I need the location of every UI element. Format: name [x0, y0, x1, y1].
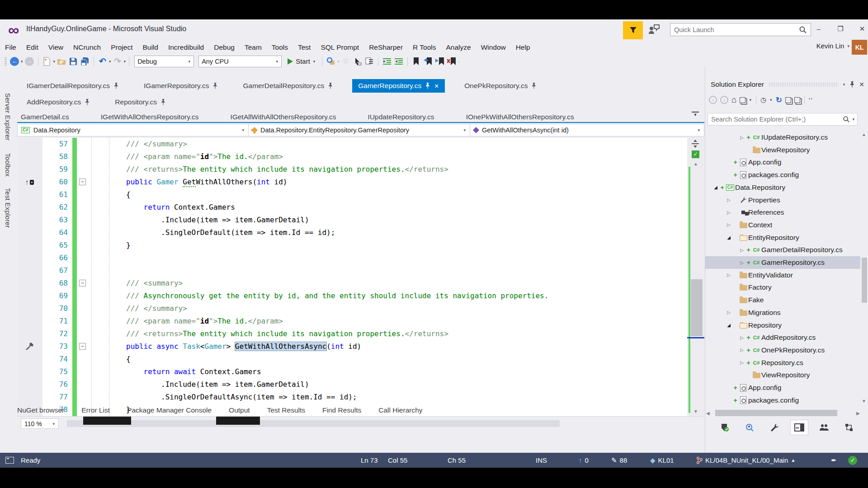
code-line[interactable]: 65} — [17, 239, 687, 252]
collapse-all-icon[interactable] — [785, 97, 791, 103]
chevron-down-icon[interactable]: ▾ — [21, 59, 23, 64]
overflow-icon[interactable]: – — [458, 59, 460, 64]
scroll-up-arrow[interactable]: ▲ — [687, 161, 704, 166]
tree-vertical-scrollbar[interactable]: ▲ ▼ — [860, 131, 868, 407]
branch-indicator[interactable]: KL/04B_NUnit_KL/00_Main ▲ — [696, 453, 795, 468]
tab-igamerrepository-cs[interactable]: IGamerRepository.cs — [138, 79, 223, 93]
code-line[interactable]: 73−public async Task<Gamer> GetWithAllOt… — [17, 340, 687, 353]
show-all-files-icon[interactable] — [794, 97, 800, 103]
find-in-files-button[interactable] — [326, 56, 336, 66]
new-file-button[interactable] — [42, 56, 52, 66]
menu-item-team[interactable]: Team — [240, 43, 267, 52]
expander-collapsed-icon[interactable]: ▷ — [725, 272, 732, 277]
code-line[interactable]: 67 — [17, 264, 687, 277]
window-position-icon[interactable]: ▾ — [843, 82, 845, 87]
pin-icon[interactable] — [532, 83, 536, 89]
source-control-explorer-tab[interactable] — [840, 420, 858, 435]
avatar[interactable]: KL — [852, 40, 867, 55]
pin-icon[interactable] — [85, 99, 90, 105]
menu-item-debug[interactable]: Debug — [209, 43, 240, 52]
tab-igetwithallothersrepository-cs[interactable]: IGetWithAllOthersRepository.cs — [101, 113, 199, 121]
toolbar-grip[interactable] — [5, 57, 7, 66]
bottom-tab-package-manager-console[interactable]: Package Manager Console — [127, 406, 212, 414]
code-line[interactable]: 68−/// <summary> — [17, 277, 687, 290]
breadcrumb-3[interactable]: GetWithAllOthersAsync(int id)▾ — [470, 124, 704, 136]
pending-changes-filter-icon[interactable]: ◷ — [760, 96, 766, 104]
editor-vertical-scrollbar[interactable]: ✓ ▲ ▼ — [687, 138, 704, 416]
sidebar-tab-toolbox[interactable]: Toolbox — [4, 153, 11, 177]
tab-gamerdetail-cs[interactable]: GamerDetail.cs — [21, 113, 69, 121]
menu-item-sql-prompt[interactable]: SQL Prompt — [316, 43, 364, 52]
code-line[interactable]: 70/// </summary> — [17, 302, 687, 315]
chevron-down-icon[interactable]: ▾ — [53, 59, 56, 64]
solution-platform-select[interactable]: Any CPU▾ — [198, 56, 282, 67]
tree-item-viewrepository[interactable]: ViewRepository — [705, 369, 860, 381]
code-line[interactable]: 63 .Include(item => item.GamerDetail) — [17, 214, 687, 226]
incoming-commits-indicator[interactable]: ↑ 0 — [579, 453, 589, 468]
pin-icon[interactable] — [328, 83, 333, 89]
scrollbar-thumb[interactable] — [715, 410, 837, 416]
tree-item-addrepository-cs[interactable]: ▷+C#AddRepository.cs — [705, 331, 860, 344]
select-tool-button[interactable] — [353, 56, 363, 66]
fold-collapse-box[interactable]: − — [79, 280, 86, 286]
expander-collapsed-icon[interactable]: ▷ — [725, 197, 732, 202]
code-line[interactable]: 77 .SingleOrDefaultAsync(item => item.Id… — [17, 391, 687, 404]
menu-item-resharper[interactable]: ReSharper — [364, 43, 408, 52]
tree-item-packages-config[interactable]: +packages.config — [705, 394, 860, 407]
code-line[interactable]: 69/// Asynchronously get the entity by i… — [17, 290, 687, 302]
menu-item-build[interactable]: Build — [137, 43, 163, 52]
user-area[interactable]: Kevin Lin ▾ — [816, 42, 850, 50]
refresh-icon[interactable]: ↻ — [776, 95, 782, 105]
close-icon[interactable]: ✕ — [859, 81, 864, 88]
start-debug-button[interactable]: Start ▾ — [288, 57, 316, 65]
tree-item-fake[interactable]: Fake — [705, 294, 860, 306]
panel-drag-handle[interactable] — [769, 82, 838, 87]
tree-item-packages-config[interactable]: +packages.config — [705, 169, 860, 181]
tree-item-viewrepository[interactable]: ViewRepository — [705, 144, 860, 156]
tab-ionepkwithallothersrepository-cs[interactable]: IOnePkWithAllOthersRepository.cs — [466, 113, 574, 121]
tree-item-entityrepository[interactable]: ◢EntityRepository — [705, 231, 860, 244]
scroll-up-arrow[interactable]: ▲ — [862, 132, 866, 137]
tree-item-onepkrepository-cs[interactable]: ▷+C#OnePkRepository.cs — [705, 344, 860, 357]
tree-item-entityvalidator[interactable]: ▷EntityValidator — [705, 269, 860, 282]
scroll-right-arrow[interactable]: ▶ — [856, 411, 860, 416]
extension-icon[interactable]: ✒ — [831, 453, 837, 468]
scrollbar-thumb[interactable] — [691, 279, 703, 336]
code-line[interactable]: 76 .Include(item => item.GamerDetail) — [17, 378, 687, 391]
menu-item-test[interactable]: Test — [293, 43, 316, 52]
code-line[interactable]: ↑60−public Gamer GetWithAllOthers(int id… — [17, 176, 687, 188]
chevron-down-icon[interactable]: ▾ — [109, 59, 111, 64]
tree-item-gamerdetailrepository-cs[interactable]: ▷+C#GamerDetailRepository.cs — [705, 244, 860, 256]
pending-edits-indicator[interactable]: ✎ 88 — [611, 453, 627, 468]
scroll-down-arrow[interactable]: ▼ — [687, 409, 704, 414]
team-explorer-tab[interactable] — [716, 420, 734, 435]
expander-collapsed-icon[interactable]: ▷ — [725, 210, 732, 215]
build-ok-indicator[interactable]: ✓ — [848, 453, 857, 468]
menu-item-r-tools[interactable]: R Tools — [408, 43, 441, 52]
fold-collapse-box[interactable]: − — [79, 343, 86, 350]
open-file-button[interactable] — [57, 56, 66, 66]
class-view-tab[interactable] — [741, 420, 759, 435]
expander-expanded-icon[interactable]: ◢ — [725, 323, 732, 328]
expander-collapsed-icon[interactable]: ▷ — [738, 135, 745, 140]
chevron-down-icon[interactable]: ▾ — [770, 98, 772, 102]
expander-collapsed-icon[interactable]: ▷ — [725, 310, 732, 315]
toolbar-overflow-icon[interactable]: '' — [809, 96, 813, 104]
bottom-tab-nuget-browser[interactable]: NuGet browser — [17, 406, 64, 414]
quick-launch-input[interactable] — [670, 26, 799, 33]
menu-item-view[interactable]: View — [43, 43, 68, 52]
menu-item-help[interactable]: Help — [511, 43, 535, 52]
code-line[interactable]: 72/// <returns>The entity which include … — [17, 328, 687, 340]
quick-launch-box[interactable] — [670, 23, 811, 36]
tree-item-migrations[interactable]: ▷Migrations — [705, 306, 860, 319]
code-line[interactable]: 71/// <param name="id">The id.</param> — [17, 315, 687, 328]
tab-iupdaterepository-cs[interactable]: IUpdateRepository.cs — [368, 113, 434, 121]
tab-gamerdetailrepository-cs[interactable]: GamerDetailRepository.cs — [237, 79, 339, 93]
clear-bookmarks-button[interactable] — [447, 56, 457, 66]
bottom-tab-output[interactable]: Output — [229, 406, 250, 414]
home-icon[interactable]: ⌂ — [731, 95, 736, 105]
chevron-down-icon[interactable]: ▾ — [124, 59, 126, 64]
restore-button[interactable]: ❐ — [831, 22, 850, 36]
expander-expanded-icon[interactable]: ◢ — [725, 235, 732, 240]
close-button[interactable]: ✕ — [853, 22, 868, 36]
